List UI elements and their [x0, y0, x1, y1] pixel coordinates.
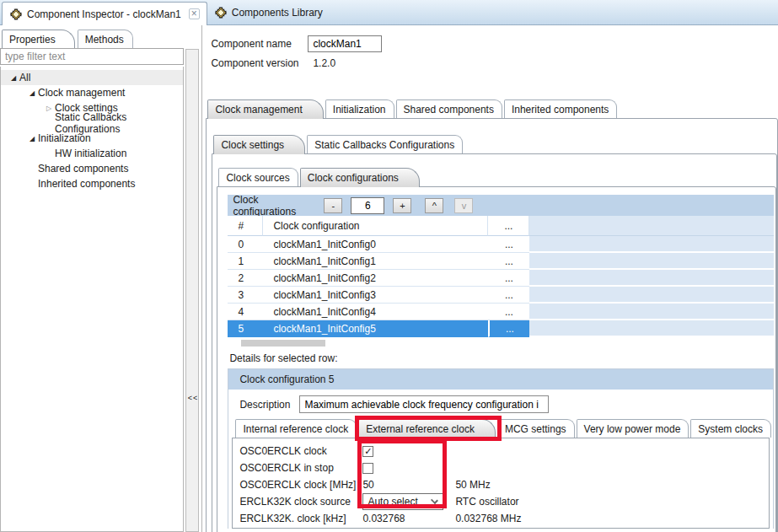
tab-inherited-components[interactable]: Inherited components [504, 99, 617, 118]
tree-item-label: Static Callbacks Configurations [55, 111, 183, 135]
tree-item-inherited-components[interactable]: Inherited components [1, 176, 183, 191]
erclk32k-clock-source-label: ERCLK32K clock source [239, 496, 362, 508]
tree-item-hw-initialization[interactable]: HW initialization [1, 146, 183, 161]
description-input[interactable] [299, 395, 549, 413]
tree-expanded-icon[interactable]: ◢ [26, 89, 38, 97]
field-comment: RTC oscillator [455, 496, 769, 508]
column-more: ... [488, 216, 529, 236]
tree-item-label: Clock management [38, 87, 125, 99]
tree-item-label: Initialization [38, 132, 91, 144]
tree-item-clock-management[interactable]: ◢ Clock management [1, 85, 183, 100]
column-name: Clock configuration [263, 216, 488, 236]
config-count-input[interactable] [351, 197, 384, 214]
osc0erclk-clock-mhz-value[interactable]: 50 [362, 479, 455, 491]
row-index: 3 [228, 287, 263, 304]
tab-mcg-settings[interactable]: MCG settings [497, 419, 575, 438]
tab-properties[interactable]: Properties [2, 30, 75, 48]
panel-splitter[interactable]: << [185, 49, 200, 532]
row-index: 4 [228, 304, 263, 320]
row-index: 5 [228, 320, 263, 337]
row-more-button[interactable]: ... [488, 320, 529, 337]
clock-configurations-header: Clock configurations - + ^ v [228, 195, 774, 216]
move-up-button[interactable]: ^ [425, 198, 443, 213]
add-config-button[interactable]: + [393, 198, 411, 213]
tab-initialization[interactable]: Initialization [325, 99, 394, 118]
tree-item-label: Inherited components [38, 178, 135, 190]
component-icon [214, 6, 228, 19]
component-icon [9, 8, 23, 21]
tab-internal-reference-clock[interactable]: Internal reference clock [235, 419, 357, 438]
tree-item-shared-components[interactable]: Shared components [1, 161, 183, 176]
row-name: clockMan1_InitConfig2 [263, 270, 488, 287]
tree-collapsed-icon[interactable]: ▷ [43, 105, 55, 112]
table-row[interactable]: 2 clockMan1_InitConfig2 ... [228, 270, 774, 287]
row-more-button[interactable]: ... [488, 253, 529, 270]
move-down-button: v [454, 198, 473, 213]
erclk32k-clock-khz-value[interactable]: 0.032768 [362, 513, 455, 524]
row-more-button[interactable]: ... [488, 270, 529, 287]
erclk32k-clock-source-select[interactable]: Auto select [362, 493, 443, 510]
tree-expanded-icon[interactable]: ◢ [26, 135, 38, 142]
properties-tree: ◢ All ◢ Clock management ▷ Clock setting… [0, 67, 184, 532]
row-more-button[interactable]: ... [488, 236, 529, 253]
properties-tab-row: Properties Methods [0, 25, 184, 48]
table-filler [529, 304, 774, 320]
tab-clock-sources[interactable]: Clock sources [218, 168, 298, 186]
tab-shared-components[interactable]: Shared components [396, 99, 502, 118]
row-more-button[interactable]: ... [488, 304, 529, 320]
details-title-bar: Clock configuration 5 [228, 369, 773, 390]
table-row[interactable]: 1 clockMan1_InitConfig1 ... [228, 253, 774, 270]
details-group: Clock configuration 5 Description [228, 368, 774, 529]
tree-item-label: Shared components [38, 163, 128, 175]
filter-input[interactable] [0, 48, 184, 65]
row-name: clockMan1_InitConfig3 [263, 287, 488, 304]
tab-external-reference-clock[interactable]: External reference clock [358, 419, 496, 438]
column-index: # [228, 216, 263, 236]
settings-tab-folder: Clock settings Static Callbacks Configur… [212, 135, 777, 532]
tab-component-inspector[interactable]: Component Inspector - clockMan1 × [2, 2, 207, 25]
row-name: clockMan1_InitConfig0 [263, 236, 488, 253]
table-row[interactable]: 4 clockMan1_InitConfig4 ... [228, 304, 774, 320]
tree-item-all[interactable]: ◢ All [1, 70, 183, 85]
table-row[interactable]: 3 clockMan1_InitConfig3 ... [228, 287, 774, 304]
erclk32k-clock-khz-label: ERCLK32K. clock [kHz] [239, 513, 362, 524]
chevron-down-icon [431, 497, 438, 504]
table-row[interactable]: 0 clockMan1_InitConfig0 ... [228, 236, 774, 253]
tree-item-static-callbacks[interactable]: Static Callbacks Configurations [1, 116, 183, 131]
tab-static-callbacks-configurations[interactable]: Static Callbacks Configurations [307, 135, 463, 153]
horizontal-scrollbar-thumb[interactable] [241, 340, 325, 347]
tree-expanded-icon[interactable]: ◢ [8, 74, 19, 82]
remove-config-button[interactable]: - [324, 198, 342, 213]
field-comment: 50 MHz [455, 479, 769, 491]
row-name: clockMan1_InitConfig4 [263, 304, 488, 320]
component-name-label: Component name [211, 38, 308, 50]
details-caption: Details for selected row: [229, 352, 775, 364]
row-name: clockMan1_InitConfig1 [263, 253, 488, 270]
table-row-selected[interactable]: 5 clockMan1_InitConfig5 ... [228, 320, 774, 337]
tab-methods[interactable]: Methods [78, 30, 133, 48]
tab-components-library[interactable]: Components Library [207, 1, 330, 24]
external-reference-clock-fields: OSC0ERCLK clock ✓ OSC0ERCLK in stop [233, 438, 769, 527]
component-name-input[interactable] [308, 35, 382, 52]
row-more-button[interactable]: ... [488, 287, 529, 304]
table-header-row: # Clock configuration ... [228, 216, 774, 236]
table-filler [529, 320, 774, 337]
component-version-value: 1.2.0 [308, 57, 335, 69]
tab-very-low-power-mode[interactable]: Very low power mode [577, 419, 689, 438]
tab-clock-configurations[interactable]: Clock configurations [300, 168, 420, 187]
tab-clock-management[interactable]: Clock management [207, 99, 323, 119]
table-filler [529, 236, 774, 253]
clock-configurations-section: Clock configurations - + ^ v [228, 195, 774, 347]
properties-panel: Properties Methods ◢ All ◢ Clock managem… [0, 25, 184, 532]
tab-label: External reference clock [366, 423, 475, 435]
tab-clock-settings[interactable]: Clock settings [213, 135, 305, 154]
osc0erclk-clock-mhz-label: OSC0ERCLK clock [MHz] [239, 479, 362, 491]
tab-system-clocks[interactable]: System clocks [690, 419, 771, 438]
osc0erclk-in-stop-checkbox[interactable] [362, 463, 373, 474]
view-tab-label: Component Inspector - clockMan1 [27, 8, 181, 20]
sources-tab-folder: Clock sources Clock configurations Clock… [217, 168, 776, 532]
collapse-left-icon[interactable]: << [188, 394, 199, 402]
table-filler [529, 216, 774, 236]
close-icon[interactable]: × [189, 8, 200, 19]
osc0erclk-clock-checkbox[interactable]: ✓ [362, 446, 373, 457]
